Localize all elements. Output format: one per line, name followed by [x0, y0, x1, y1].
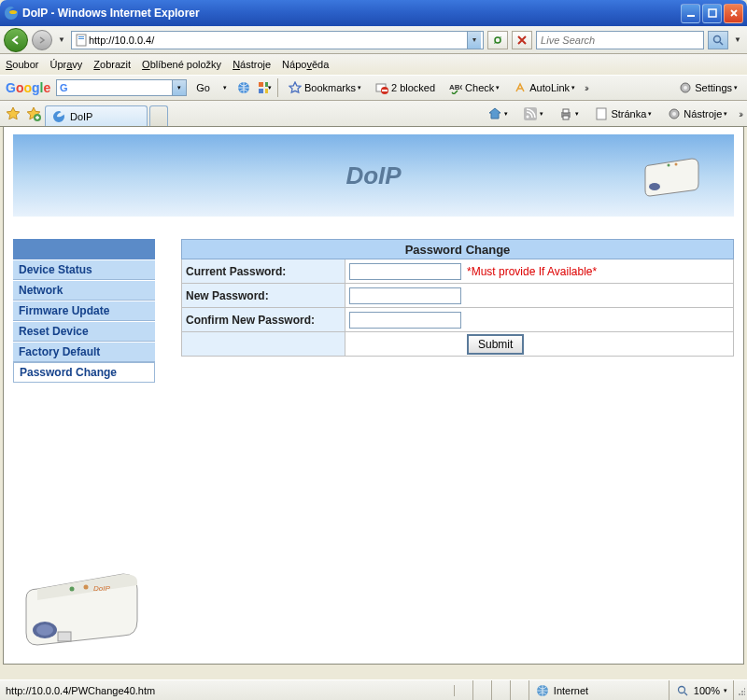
address-input[interactable] — [89, 35, 467, 46]
input-current-password[interactable] — [349, 263, 461, 280]
google-search-box[interactable]: G ▾ — [56, 79, 187, 96]
tabbar-overflow[interactable]: ›› — [739, 109, 741, 119]
home-icon — [487, 106, 502, 121]
svg-point-26 — [672, 112, 676, 116]
row-new-password: New Password: — [181, 284, 734, 308]
popup-blocked-icon — [374, 80, 389, 95]
svg-point-29 — [675, 163, 678, 166]
maximize-button[interactable] — [702, 4, 722, 23]
stop-button[interactable] — [512, 31, 532, 49]
svg-rect-1 — [687, 15, 695, 17]
autolink-button[interactable]: AutoLink▾ — [509, 78, 579, 97]
window-title: DoIP - Windows Internet Explorer — [22, 7, 681, 20]
home-button[interactable]: ▾ — [484, 105, 512, 123]
input-confirm-password[interactable] — [349, 312, 461, 329]
svg-rect-24 — [597, 108, 606, 119]
address-bar[interactable]: ▾ — [71, 31, 484, 49]
search-button[interactable] — [708, 31, 728, 49]
label-current-password: Current Password: — [182, 259, 345, 283]
sidebar-item-network[interactable]: Network — [13, 280, 155, 301]
options-icon[interactable]: ▾ — [257, 80, 272, 95]
svg-rect-3 — [77, 35, 86, 46]
menu-upravy[interactable]: Úpravy — [49, 59, 82, 70]
minimize-button[interactable] — [681, 4, 700, 23]
new-tab-button[interactable] — [149, 105, 168, 126]
sidebar-item-factory-default[interactable]: Factory Default — [13, 342, 155, 362]
svg-rect-23 — [563, 116, 569, 119]
tab-doip[interactable]: DoIP — [45, 105, 148, 126]
bookmarks-button[interactable]: Bookmarks▾ — [284, 78, 365, 97]
autolink-icon — [513, 80, 528, 95]
search-input[interactable] — [537, 35, 703, 46]
status-zoom[interactable]: 100% ▾ — [669, 680, 734, 700]
sidebar-item-device-status[interactable]: Device Status — [13, 259, 155, 280]
svg-rect-5 — [78, 38, 84, 39]
status-seg-3 — [492, 680, 511, 700]
svg-point-27 — [649, 183, 660, 190]
google-search-dropdown[interactable]: ▾ — [172, 80, 186, 95]
tools-menu-button[interactable]: Nástroje▾ — [663, 105, 731, 123]
forward-button[interactable] — [32, 30, 52, 50]
input-new-password[interactable] — [349, 287, 461, 304]
svg-point-17 — [684, 86, 687, 90]
sidebar-item-reset-device[interactable]: Reset Device — [13, 321, 155, 342]
note-must-provide: *Must provide If Available* — [467, 265, 597, 278]
google-logo: Google — [6, 80, 50, 95]
svg-point-20 — [527, 116, 529, 119]
check-button[interactable]: ABC Check▾ — [444, 78, 503, 97]
banner-title: DoIP — [345, 161, 401, 190]
svg-point-41 — [739, 693, 740, 695]
status-url: http://10.0.0.4/PWChange40.htm — [0, 685, 455, 696]
svg-rect-8 — [259, 82, 263, 87]
menu-nastroje[interactable]: Nástroje — [233, 59, 271, 70]
window-titlebar: DoIP - Windows Internet Explorer — [0, 0, 747, 26]
feeds-button[interactable]: ▾ — [519, 105, 547, 123]
submit-button[interactable]: Submit — [467, 334, 524, 355]
svg-rect-4 — [78, 36, 84, 37]
add-favorite-button[interactable] — [24, 105, 43, 123]
svg-point-42 — [741, 693, 743, 695]
address-dropdown[interactable]: ▾ — [467, 32, 481, 49]
menu-bar: SSouboroubor Úpravy Zobrazit Oblíbené po… — [0, 54, 747, 75]
svg-rect-22 — [563, 109, 569, 113]
status-seg-4 — [511, 680, 529, 700]
print-button[interactable]: ▾ — [555, 105, 583, 123]
sidebar-nav: Device Status Network Firmware Update Re… — [13, 239, 155, 383]
svg-text:DoIP: DoIP — [93, 584, 110, 593]
svg-point-40 — [744, 691, 745, 693]
search-dropdown[interactable]: ▼ — [732, 35, 743, 44]
svg-rect-32 — [58, 632, 71, 641]
favorites-star-button[interactable] — [4, 105, 22, 123]
page-menu-button[interactable]: Stránka▾ — [590, 105, 655, 123]
svg-rect-10 — [259, 89, 263, 93]
close-button[interactable] — [724, 4, 743, 23]
star-icon — [288, 80, 303, 95]
sidebar-item-firmware-update[interactable]: Firmware Update — [13, 301, 155, 321]
page-menu-icon — [594, 106, 609, 121]
menu-oblibene[interactable]: Oblíbené položky — [142, 59, 221, 70]
back-button[interactable] — [4, 28, 28, 52]
device-image-large: DoIP — [21, 563, 151, 647]
resize-grip[interactable] — [734, 683, 747, 698]
menu-soubor[interactable]: SSouboroubor — [6, 59, 38, 70]
panel-title: Password Change — [181, 239, 734, 259]
tab-title: DoIP — [70, 111, 92, 122]
page-icon — [74, 33, 89, 48]
blocked-button[interactable]: 2 blocked — [371, 78, 439, 97]
password-change-panel: Password Change Current Password: *Must … — [181, 239, 734, 383]
svg-point-33 — [70, 587, 75, 592]
google-go-dropdown[interactable]: ▾ — [219, 82, 231, 93]
refresh-button[interactable] — [487, 31, 508, 49]
svg-point-0 — [9, 10, 17, 14]
row-confirm-password: Confirm New Password: — [181, 308, 734, 332]
toolbar-overflow[interactable]: ›› — [585, 83, 587, 93]
sidebar-item-password-change[interactable]: Password Change — [13, 362, 155, 383]
globe-icon[interactable] — [236, 80, 251, 95]
svg-point-28 — [668, 164, 670, 167]
google-go-button[interactable]: Go — [192, 80, 214, 95]
settings-button[interactable]: Settings▾ — [674, 78, 741, 97]
menu-zobrazit[interactable]: Zobrazit — [93, 59, 131, 70]
search-box[interactable] — [536, 31, 704, 49]
nav-history-dropdown[interactable]: ▼ — [56, 35, 67, 44]
menu-napoveda[interactable]: Nápověda — [282, 59, 329, 70]
